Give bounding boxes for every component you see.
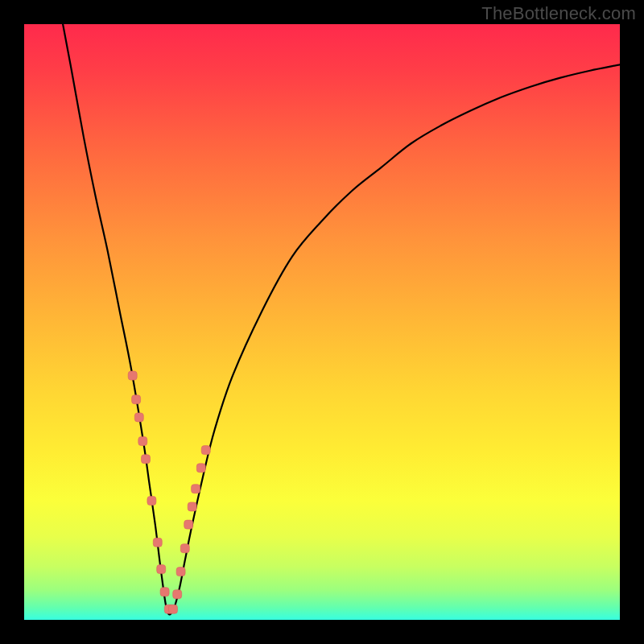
data-marker [153,538,162,547]
chart-svg [24,24,620,620]
data-marker [176,568,185,576]
data-marker [188,502,196,511]
plot-area [24,24,620,620]
watermark-text: TheBottleneck.com [481,3,636,24]
data-marker [147,497,156,506]
data-marker [192,485,200,493]
data-marker [180,544,189,553]
data-marker [142,455,151,464]
data-marker [184,520,193,529]
data-marker [201,446,210,455]
marker-group [128,371,210,613]
data-marker [132,395,141,404]
chart-frame: TheBottleneck.com [0,0,644,644]
data-marker [169,605,178,613]
data-marker [128,371,137,380]
data-marker [196,464,205,473]
data-marker [157,565,166,574]
data-marker [160,588,169,597]
data-marker [134,413,143,422]
data-marker [138,437,147,446]
bottleneck-curve [63,24,620,614]
data-marker [173,590,182,599]
